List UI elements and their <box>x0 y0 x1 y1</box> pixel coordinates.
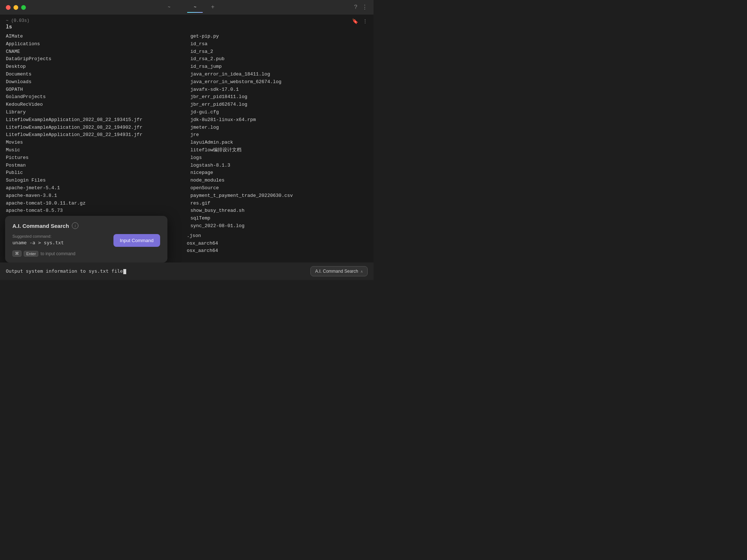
list-item: GolandProjects <box>6 93 183 101</box>
list-item: .json <box>187 232 368 240</box>
list-item: jmeter.log <box>190 124 368 132</box>
list-item: get-pip.py <box>190 33 368 40</box>
list-item: Library <box>6 109 183 116</box>
tab-1[interactable]: ~ <box>156 3 182 12</box>
more-options-icon[interactable]: ⋮ <box>362 4 368 11</box>
list-item: id_rsa_2.pub <box>190 55 368 63</box>
bottom-bar: Output system information to sys.txt fil… <box>0 262 374 280</box>
enter-key-badge: Enter <box>24 251 38 257</box>
list-item: Movies <box>6 139 183 147</box>
command-input-text[interactable]: Output system information to sys.txt fil… <box>6 268 310 274</box>
tab-bar: ~ ~ + <box>156 3 217 12</box>
suggested-command: uname -a > sys.txt <box>12 240 108 245</box>
maximize-button[interactable] <box>21 5 26 10</box>
list-item: Applications <box>6 40 183 48</box>
list-item: sync_2022-08-01.log <box>190 222 368 230</box>
terminal-container: ~ (0.03s) ls 🔖 ⋮ AIMate Applications CNA… <box>0 15 374 280</box>
list-item: id_rsa_2 <box>190 48 368 56</box>
list-item: Music <box>6 147 183 154</box>
list-item: Public <box>6 169 183 177</box>
list-item: show_busy_thread.sh <box>190 207 368 215</box>
list-item: jdk-8u281-linux-x64.rpm <box>190 116 368 124</box>
list-item: LiteflowExampleApplication_2022_08_22_19… <box>6 131 183 139</box>
list-item: javafx-sdk-17.0.1 <box>190 86 368 94</box>
list-item: logs <box>190 154 368 162</box>
shortcut-hint: ⌘ Enter to input command <box>12 250 108 257</box>
chevron-up-icon: ∧ <box>360 269 363 273</box>
more-icon[interactable]: ⋮ <box>363 18 368 24</box>
list-item: jre <box>190 131 368 139</box>
help-icon[interactable]: ? <box>354 4 357 11</box>
list-item: apache-tomcat-10.0.11.tar.gz <box>6 200 183 207</box>
list-item: payment_t_payment_trade_20220630.csv <box>190 192 368 200</box>
list-item: jd-gui.cfg <box>190 109 368 116</box>
list-item: DataGripProjects <box>6 55 183 63</box>
list-item: osx_aarch64 <box>187 240 368 248</box>
list-item: logstash-8.1.3 <box>190 162 368 170</box>
file-listing: AIMate Applications CNAME DataGripProjec… <box>0 31 374 232</box>
bookmark-icon[interactable]: 🔖 <box>352 18 358 24</box>
list-item: id_rsa <box>190 40 368 48</box>
file-list-left: AIMate Applications CNAME DataGripProjec… <box>6 33 183 230</box>
list-item: nicepage <box>190 169 368 177</box>
list-item: LiteflowExampleApplication_2022_08_22_19… <box>6 124 183 132</box>
partial-right: .json osx_aarch64 osx_aarch64 <box>187 232 368 255</box>
info-icon[interactable]: i <box>72 222 78 229</box>
list-item: node_modules <box>190 177 368 184</box>
ai-command-panel: A.I. Command Search i Suggested command:… <box>5 216 167 262</box>
list-item: res.gif <box>190 200 368 207</box>
command-time: ~ (0.03s) <box>6 18 30 23</box>
titlebar: ~ ~ + ? ⋮ <box>0 0 374 15</box>
command-actions: 🔖 ⋮ <box>352 18 368 24</box>
list-item: sqlTemp <box>190 215 368 222</box>
list-item: java_error_in_webstorm_62674.log <box>190 78 368 86</box>
tab-2[interactable]: ~ <box>182 3 208 12</box>
list-item: layuiAdmin.pack <box>190 139 368 147</box>
list-item: liteflow编排设计文档 <box>190 147 368 154</box>
ai-panel-title: A.I. Command Search <box>12 223 69 229</box>
command-info: ~ (0.03s) ls <box>6 18 30 30</box>
cmd-key-badge: ⌘ <box>12 250 22 257</box>
list-item: id_rsa_jump <box>190 63 368 71</box>
list-item: apache-tomcat-8.5.73 <box>6 207 183 215</box>
list-item: LiteflowExampleApplication_2022_08_22_19… <box>6 116 183 124</box>
ai-command-search-button[interactable]: A.I. Command Search ∧ <box>310 266 368 276</box>
command-header: ~ (0.03s) ls 🔖 ⋮ <box>0 15 374 31</box>
window-controls <box>6 5 26 10</box>
list-item: jbr_err_pid62674.log <box>190 101 368 109</box>
close-button[interactable] <box>6 5 11 10</box>
suggested-label: Suggested command: <box>12 234 108 238</box>
ai-panel-header: A.I. Command Search i <box>12 222 160 229</box>
list-item: java_error_in_idea_18411.log <box>190 71 368 78</box>
list-item: openSource <box>190 184 368 192</box>
minimize-button[interactable] <box>13 5 18 10</box>
list-item: osx_aarch64 <box>187 247 368 255</box>
list-item: Downloads <box>6 78 183 86</box>
input-command-button[interactable]: Input Command <box>113 234 160 247</box>
file-list-right: get-pip.py id_rsa id_rsa_2 id_rsa_2.pub … <box>190 33 368 230</box>
list-item: Documents <box>6 71 183 78</box>
list-item: GOPATH <box>6 86 183 94</box>
list-item: KedouRecVideo <box>6 101 183 109</box>
list-item: Postman <box>6 162 183 170</box>
list-item: AIMate <box>6 33 183 40</box>
list-item: apache-jmeter-5.4.1 <box>6 184 183 192</box>
list-item: apache-maven-3.8.1 <box>6 192 183 200</box>
command-name: ls <box>6 24 30 30</box>
ai-panel-left: Suggested command: uname -a > sys.txt ⌘ … <box>12 234 108 257</box>
list-item: Sunlogin Files <box>6 177 183 184</box>
text-cursor <box>123 269 126 274</box>
list-item: Pictures <box>6 154 183 162</box>
titlebar-actions: ? ⋮ <box>354 4 368 11</box>
list-item: CNAME <box>6 48 183 56</box>
list-item: jbr_err_pid18411.log <box>190 93 368 101</box>
ai-panel-body: Suggested command: uname -a > sys.txt ⌘ … <box>12 234 160 257</box>
add-tab-button[interactable]: + <box>208 3 217 12</box>
list-item: Desktop <box>6 63 183 71</box>
